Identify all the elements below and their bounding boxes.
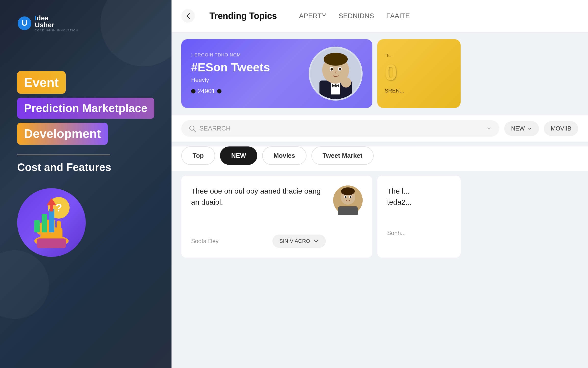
svg-text:U: U xyxy=(22,19,27,27)
nav-title: Trending Topics xyxy=(209,11,277,21)
badge-event: Event xyxy=(17,71,66,94)
logo-icon: U xyxy=(17,16,32,31)
svg-rect-35 xyxy=(338,206,358,215)
new-filter-chevron xyxy=(527,126,532,131)
card-stats: 24901 xyxy=(191,87,301,95)
search-dropdown-icon xyxy=(486,126,492,131)
logo-area: U IdeaUsher COADING IN INNOVATION xyxy=(17,15,154,32)
svg-point-34 xyxy=(341,187,355,195)
tab-new[interactable]: NEW xyxy=(220,146,257,165)
tab-tweet-market[interactable]: Tweet Market xyxy=(311,146,374,165)
secondary-eyebrow: Th... xyxy=(385,53,453,58)
search-box[interactable]: SEARRCH xyxy=(181,120,499,137)
badge-prediction: Prediction Marketplace xyxy=(17,98,154,119)
svg-point-29 xyxy=(341,77,351,88)
illustration: ? xyxy=(17,188,86,257)
content-avatar xyxy=(333,185,363,215)
back-icon xyxy=(184,12,192,20)
content-author-name: Soota Dey xyxy=(191,238,219,245)
search-placeholder: SEARRCH xyxy=(199,125,231,132)
movies-filter-label: MOVIIB xyxy=(551,125,571,132)
search-bar-area: SEARRCH NEW MOVIIB xyxy=(172,115,588,142)
secondary-sub: SREN... xyxy=(385,88,453,94)
content-author-row: Soota Dey SINIV ACRO xyxy=(191,235,326,248)
svg-point-28 xyxy=(339,68,341,70)
nav-tabs: APERTY SEDNIDNS FAAITE xyxy=(299,12,410,20)
action-dropdown-icon xyxy=(313,238,319,244)
nav-tab-sednidns[interactable]: SEDNIDNS xyxy=(339,12,374,20)
featured-card-secondary[interactable]: Th... 0 SREN... xyxy=(377,39,461,108)
card-text-area: ⟩ EROOIN TDHO NOM #ESon Tweets Heevly 24… xyxy=(191,52,301,95)
tab-movies[interactable]: Movies xyxy=(262,146,306,165)
content-avatar-svg xyxy=(333,185,363,215)
secondary-big-text: 0 xyxy=(385,60,453,85)
svg-rect-13 xyxy=(42,214,47,232)
card-subtitle: Heevly xyxy=(191,77,301,83)
secondary-content-text: The l...teda2... xyxy=(387,185,451,208)
svg-rect-12 xyxy=(34,220,40,232)
new-filter-label: NEW xyxy=(511,125,525,132)
content-area: Thee ooe on oul ooy aaned thacie oang an… xyxy=(172,171,588,263)
svg-point-39 xyxy=(350,196,351,198)
svg-point-27 xyxy=(331,68,333,70)
content-card-main[interactable]: Thee ooe on oul ooy aaned thacie oang an… xyxy=(181,176,372,258)
right-panel: Trending Topics APERTY SEDNIDNS FAAITE ⟩… xyxy=(172,0,588,368)
search-icon xyxy=(189,125,196,132)
secondary-author-name: Sonh... xyxy=(387,230,451,237)
left-panel: U IdeaUsher COADING IN INNOVATION Event … xyxy=(0,0,172,368)
logo-tagline: COADING IN INNOVATION xyxy=(35,29,78,32)
svg-rect-14 xyxy=(49,209,54,232)
content-card-secondary[interactable]: The l...teda2... Sonh... xyxy=(377,176,461,258)
category-tabs: Top NEW Movies Tweet Market xyxy=(172,146,588,171)
svg-text:?: ? xyxy=(56,202,62,214)
divider xyxy=(17,155,110,155)
nav-tab-aperty[interactable]: APERTY xyxy=(299,12,326,20)
svg-point-24 xyxy=(324,53,348,66)
featured-card-main[interactable]: ⟩ EROOIN TDHO NOM #ESon Tweets Heevly 24… xyxy=(181,39,372,108)
movies-filter-button[interactable]: MOVIIB xyxy=(544,121,578,136)
featured-avatar xyxy=(309,47,363,101)
content-card-text: Thee ooe on oul ooy aaned thacie oang an… xyxy=(191,185,326,208)
card-eyebrow: ⟩ EROOIN TDHO NOM xyxy=(191,52,301,58)
svg-point-22 xyxy=(334,84,337,87)
top-nav: Trending Topics APERTY SEDNIDNS FAAITE xyxy=(172,0,588,32)
avatar-svg xyxy=(310,48,361,99)
new-filter-button[interactable]: NEW xyxy=(504,121,539,136)
svg-rect-7 xyxy=(57,221,61,232)
featured-area: ⟩ EROOIN TDHO NOM #ESon Tweets Heevly 24… xyxy=(172,32,588,115)
card-title: #ESon Tweets xyxy=(191,61,301,74)
nav-tab-faaite[interactable]: FAAITE xyxy=(386,12,410,20)
cost-features-text: Cost and Features xyxy=(17,161,154,173)
illustration-svg: ? xyxy=(22,193,81,252)
svg-line-31 xyxy=(194,130,196,132)
stat-dot-1 xyxy=(191,89,196,93)
title-section: Event Prediction Marketplace Development… xyxy=(17,71,154,173)
badge-development: Development xyxy=(17,123,108,145)
svg-point-38 xyxy=(345,196,346,198)
back-button[interactable] xyxy=(181,9,195,23)
svg-rect-9 xyxy=(37,238,66,248)
action-label: SINIV ACRO xyxy=(279,238,310,244)
tab-top[interactable]: Top xyxy=(181,146,215,165)
logo-name: IdeaUsher xyxy=(35,15,78,28)
stat-number: 24901 xyxy=(197,87,215,95)
svg-rect-16 xyxy=(50,205,53,211)
action-button[interactable]: SINIV ACRO xyxy=(272,235,326,248)
stat-dot-2 xyxy=(217,89,221,93)
